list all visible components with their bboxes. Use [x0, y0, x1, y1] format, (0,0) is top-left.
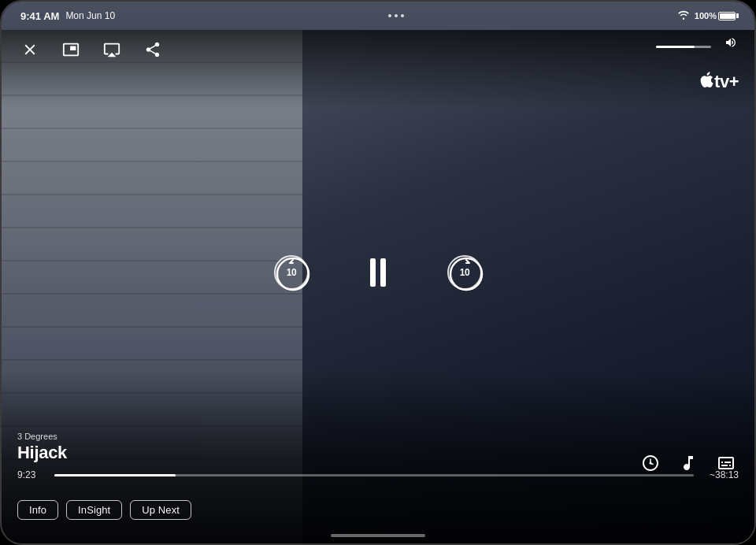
date-label: Mon Jun 10: [65, 10, 115, 21]
volume-bar[interactable]: [656, 46, 711, 48]
progress-bar[interactable]: [54, 474, 694, 476]
progress-row: 9:23 ~38:13: [17, 469, 739, 480]
audio-button[interactable]: [676, 450, 701, 476]
status-center-dots: [388, 14, 404, 17]
skip-back-button[interactable]: 10: [272, 253, 311, 292]
status-right: 100%: [677, 9, 736, 22]
dot-1: [388, 14, 391, 17]
top-controls: [2, 30, 754, 69]
volume-fill: [656, 46, 695, 48]
battery-fill: [720, 13, 735, 19]
progress-filled: [54, 474, 176, 476]
skip-forward-button[interactable]: 10: [445, 253, 484, 292]
tv-text: tv+: [714, 72, 739, 92]
share-button[interactable]: [140, 37, 165, 62]
home-indicator: [331, 534, 425, 537]
episode-title: Hijack: [17, 443, 739, 463]
insight-button[interactable]: InSight: [66, 500, 122, 520]
right-controls: [638, 450, 739, 476]
volume-icon[interactable]: [723, 36, 739, 53]
battery-percent: 100%: [695, 11, 717, 20]
pause-button[interactable]: [358, 253, 398, 292]
pip-button[interactable]: [58, 37, 83, 62]
apple-tv-logo: tv+: [699, 71, 739, 92]
title-info: 3 Degrees Hijack: [17, 432, 739, 463]
time-label: 9:41 AM: [20, 10, 59, 22]
battery-indicator: 100%: [695, 11, 736, 20]
status-time: 9:41 AM Mon Jun 10: [20, 10, 115, 22]
pause-bar-right: [380, 258, 386, 287]
dot-3: [401, 14, 404, 17]
dot-2: [395, 14, 398, 17]
wifi-icon: [677, 9, 690, 22]
subtitles-button[interactable]: [713, 450, 739, 476]
up-next-button[interactable]: Up Next: [130, 500, 191, 520]
bottom-buttons: Info InSight Up Next: [17, 500, 191, 520]
close-button[interactable]: [17, 37, 43, 62]
playback-speed-button[interactable]: [638, 450, 663, 476]
pause-bar-left: [370, 258, 376, 287]
skip-back-circle: 10: [274, 255, 309, 290]
pause-icon: [370, 258, 386, 287]
airplay-button[interactable]: [99, 37, 124, 62]
info-button[interactable]: Info: [17, 500, 58, 520]
series-label: 3 Degrees: [17, 432, 739, 441]
time-current: 9:23: [17, 469, 45, 480]
status-bar: 9:41 AM Mon Jun 10 100%: [2, 2, 754, 30]
center-controls: 10 10: [272, 253, 484, 292]
apple-logo-symbol: [699, 71, 713, 92]
ipad-frame: 9:41 AM Mon Jun 10 100%: [0, 0, 756, 545]
battery-icon: [718, 12, 736, 20]
skip-forward-circle: 10: [447, 255, 482, 290]
top-left-controls: [17, 37, 165, 62]
